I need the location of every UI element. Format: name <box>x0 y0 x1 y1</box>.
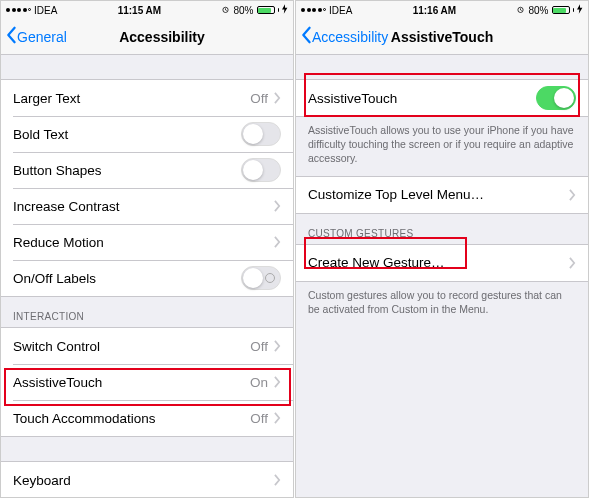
toggle-switch[interactable] <box>241 158 281 182</box>
chevron-left-icon <box>300 26 312 47</box>
row-switch-control[interactable]: Switch Control Off <box>1 328 293 364</box>
row-label: Switch Control <box>13 339 250 354</box>
chevron-left-icon <box>5 26 17 47</box>
status-bar: IDEA 11:16 AM 80% <box>296 1 588 19</box>
row-label: Button Shapes <box>13 163 241 178</box>
battery-pct: 80% <box>528 5 548 16</box>
row-label: Increase Contrast <box>13 199 274 214</box>
alarm-icon <box>516 5 525 16</box>
nav-bar: Accessibility AssistiveTouch <box>296 19 588 55</box>
chevron-right-icon <box>274 236 281 248</box>
section-header-gestures: CUSTOM GESTURES <box>296 214 588 244</box>
chevron-right-icon <box>569 189 576 201</box>
chevron-right-icon <box>274 200 281 212</box>
charging-icon <box>282 4 288 16</box>
row-customize-menu[interactable]: Customize Top Level Menu… <box>296 177 588 213</box>
row-touch-accommodations[interactable]: Touch Accommodations Off <box>1 400 293 436</box>
chevron-right-icon <box>274 474 281 486</box>
row-label: Keyboard <box>13 473 274 488</box>
row-label: Bold Text <box>13 127 241 142</box>
row-larger-text[interactable]: Larger Text Off <box>1 80 293 116</box>
toggle-switch[interactable] <box>241 266 281 290</box>
row-label: AssistiveTouch <box>308 91 536 106</box>
chevron-right-icon <box>274 92 281 104</box>
carrier-label: IDEA <box>329 5 352 16</box>
settings-list[interactable]: Larger Text Off Bold Text Button Shapes … <box>1 55 293 497</box>
row-label: Reduce Motion <box>13 235 274 250</box>
charging-icon <box>577 4 583 16</box>
status-bar: IDEA 11:15 AM 80% <box>1 1 293 19</box>
back-label: Accessibility <box>312 29 388 45</box>
row-value: On <box>250 375 268 390</box>
accessibility-screen: IDEA 11:15 AM 80% General Accessibility <box>0 0 294 498</box>
battery-icon <box>552 6 570 14</box>
row-keyboard[interactable]: Keyboard <box>1 462 293 497</box>
row-button-shapes[interactable]: Button Shapes <box>1 152 293 188</box>
row-label: Customize Top Level Menu… <box>308 187 569 202</box>
row-assistivetouch-toggle[interactable]: AssistiveTouch <box>296 80 588 116</box>
signal-dots-icon <box>301 8 326 12</box>
settings-list[interactable]: AssistiveTouch AssistiveTouch allows you… <box>296 55 588 497</box>
battery-pct: 80% <box>233 5 253 16</box>
signal-dots-icon <box>6 8 31 12</box>
carrier-label: IDEA <box>34 5 57 16</box>
row-increase-contrast[interactable]: Increase Contrast <box>1 188 293 224</box>
chevron-right-icon <box>274 340 281 352</box>
row-label: Touch Accommodations <box>13 411 250 426</box>
toggle-switch[interactable] <box>536 86 576 110</box>
page-title: Accessibility <box>31 29 293 45</box>
nav-bar: General Accessibility <box>1 19 293 55</box>
assistivetouch-screen: IDEA 11:16 AM 80% Accessibility Assistiv… <box>295 0 589 498</box>
row-label: Larger Text <box>13 91 250 106</box>
back-button[interactable]: Accessibility <box>296 26 388 47</box>
back-button[interactable]: General <box>1 26 67 47</box>
row-assistivetouch[interactable]: AssistiveTouch On <box>1 364 293 400</box>
chevron-right-icon <box>274 412 281 424</box>
gestures-footer: Custom gestures allow you to record gest… <box>296 282 588 326</box>
back-label: General <box>17 29 67 45</box>
row-label: On/Off Labels <box>13 271 241 286</box>
battery-icon <box>257 6 275 14</box>
row-value: Off <box>250 91 268 106</box>
assistivetouch-footer: AssistiveTouch allows you to use your iP… <box>296 117 588 176</box>
row-reduce-motion[interactable]: Reduce Motion <box>1 224 293 260</box>
toggle-switch[interactable] <box>241 122 281 146</box>
row-onoff-labels[interactable]: On/Off Labels <box>1 260 293 296</box>
alarm-icon <box>221 5 230 16</box>
row-label: Create New Gesture… <box>308 255 569 270</box>
row-label: AssistiveTouch <box>13 375 250 390</box>
section-header-interaction: INTERACTION <box>1 297 293 327</box>
chevron-right-icon <box>569 257 576 269</box>
row-value: Off <box>250 339 268 354</box>
row-bold-text[interactable]: Bold Text <box>1 116 293 152</box>
row-create-gesture[interactable]: Create New Gesture… <box>296 245 588 281</box>
chevron-right-icon <box>274 376 281 388</box>
clock: 11:15 AM <box>118 5 162 16</box>
clock: 11:16 AM <box>413 5 457 16</box>
row-value: Off <box>250 411 268 426</box>
